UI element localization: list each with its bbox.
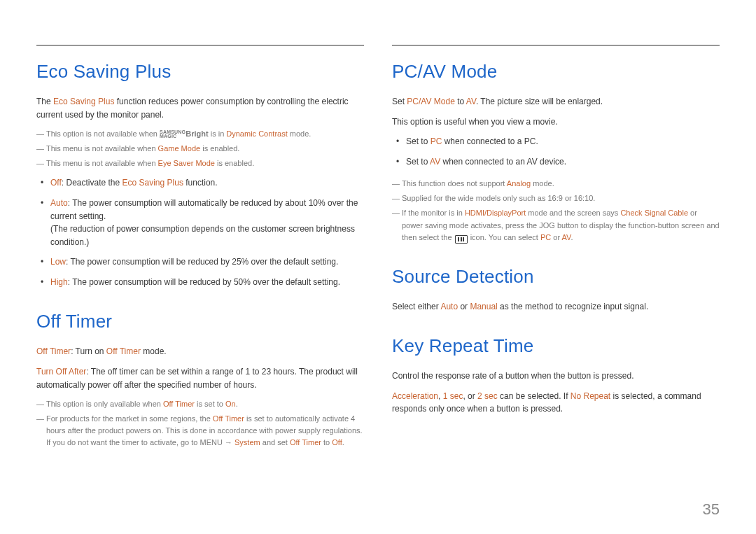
eco-bullet-high: High: The power consumption will be redu…	[36, 276, 364, 289]
source-detection-text: Select either Auto or Manual as the meth…	[392, 300, 720, 314]
page-number: 35	[703, 500, 720, 519]
pcav-line-1: Set PC/AV Mode to AV. The picture size w…	[392, 95, 720, 108]
pcav-note-3: If the monitor is in HDMI/DisplayPort mo…	[392, 207, 720, 243]
eco-bullets: Off: Deactivate the Eco Saving Plus func…	[36, 176, 364, 288]
off-timer-line-1: Off Timer: Turn on Off Timer mode.	[36, 345, 364, 358]
pcav-note-1: This function does not support Analog mo…	[392, 178, 720, 190]
right-column: PC/AV Mode Set PC/AV Mode to AV. The pic…	[392, 45, 720, 471]
term-eco-saving-plus: Eco Saving Plus	[53, 97, 114, 106]
eco-note-2: This menu is not available when Game Mod…	[36, 143, 364, 155]
term-bright: Bright	[186, 129, 208, 138]
pcav-bullet-pc: Set to PC when connected to a PC.	[392, 135, 720, 148]
off-timer-note-1: This option is only available when Off T…	[36, 398, 364, 410]
pcav-bullets: Set to PC when connected to a PC. Set to…	[392, 135, 720, 168]
section-key-repeat-time: Key Repeat Time Control the response rat…	[392, 335, 720, 416]
samsung-magic-logo: SAMSUNGMAGIC	[160, 130, 186, 139]
section-source-detection: Source Detection Select either Auto or M…	[392, 266, 720, 314]
rule	[392, 45, 720, 45]
off-timer-line-2: Turn Off After: The off timer can be set…	[36, 365, 364, 391]
pcav-note-2: Supplied for the wide models only such a…	[392, 192, 720, 204]
eco-bullet-auto: Auto: The power consumption will automat…	[36, 197, 364, 248]
heading-pcav-mode: PC/AV Mode	[392, 61, 720, 83]
section-off-timer: Off Timer Off Timer: Turn on Off Timer m…	[36, 311, 364, 449]
off-timer-note-2: For products for the market in some regi…	[36, 413, 364, 449]
heading-key-repeat-time: Key Repeat Time	[392, 335, 720, 357]
off-timer-notes: This option is only available when Off T…	[36, 398, 364, 449]
section-eco-saving-plus: Eco Saving Plus The Eco Saving Plus func…	[36, 61, 364, 288]
heading-eco-saving-plus: Eco Saving Plus	[36, 61, 364, 83]
heading-off-timer: Off Timer	[36, 311, 364, 332]
eco-notes: This option is not available when SAMSUN…	[36, 128, 364, 169]
eco-intro: The Eco Saving Plus function reduces pow…	[36, 95, 364, 121]
pcav-notes: This function does not support Analog mo…	[392, 178, 720, 243]
section-pcav-mode: PC/AV Mode Set PC/AV Mode to AV. The pic…	[392, 61, 720, 244]
eco-note-1: This option is not available when SAMSUN…	[36, 128, 364, 140]
term-eye-saver-mode: Eye Saver Mode	[158, 159, 215, 167]
term-game-mode: Game Mode	[158, 144, 201, 153]
key-repeat-line-2: Acceleration, 1 sec, or 2 sec can be sel…	[392, 390, 720, 416]
term-dynamic-contrast: Dynamic Contrast	[226, 129, 287, 138]
pcav-bullet-av: Set to AV when connected to an AV device…	[392, 155, 720, 169]
heading-source-detection: Source Detection	[392, 266, 720, 288]
eco-note-3: This menu is not available when Eye Save…	[36, 157, 364, 169]
menu-grid-icon	[455, 235, 468, 244]
key-repeat-line-1: Control the response rate of a button wh…	[392, 370, 720, 383]
pcav-line-2: This option is useful when you view a mo…	[392, 115, 720, 129]
eco-bullet-off: Off: Deactivate the Eco Saving Plus func…	[36, 176, 364, 190]
eco-bullet-low: Low: The power consumption will be reduc…	[36, 255, 364, 269]
left-column: Eco Saving Plus The Eco Saving Plus func…	[36, 45, 364, 471]
rule	[36, 45, 364, 45]
